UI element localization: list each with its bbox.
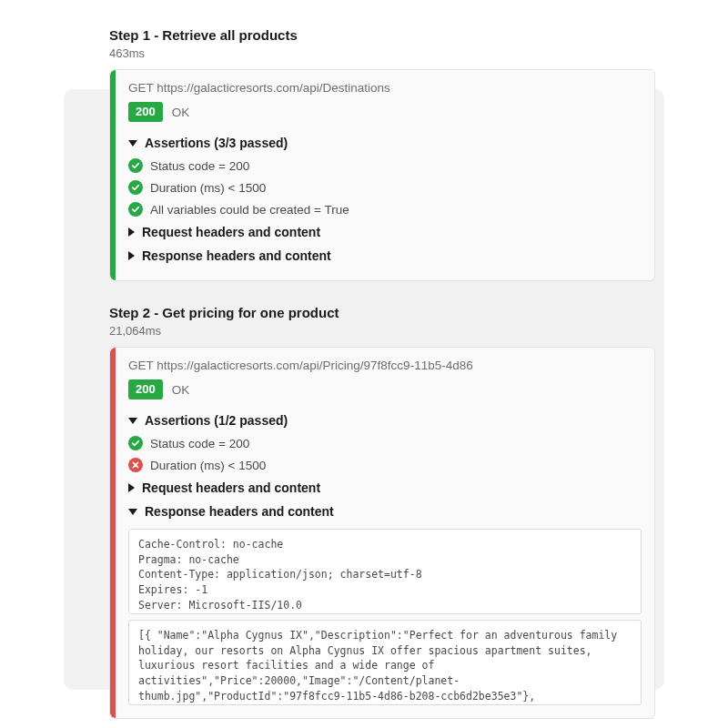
pass-icon [128, 180, 143, 195]
disclosure-right-icon [128, 228, 135, 237]
status-accent-bar [110, 348, 116, 718]
assertion-row: Duration (ms) < 1500 [128, 454, 642, 476]
assertions-toggle[interactable]: Assertions (1/2 passed) [128, 409, 642, 432]
pass-icon [128, 202, 143, 217]
status-text: OK [172, 106, 190, 119]
disclosure-right-icon [128, 251, 135, 260]
assertion-text: Status code = 200 [150, 159, 249, 173]
response-headers-toggle[interactable]: Response headers and content [128, 500, 642, 523]
assertion-text: All variables could be created = True [150, 203, 349, 217]
request-headers-label: Request headers and content [142, 225, 320, 239]
pass-icon [128, 436, 143, 450]
assertion-row: All variables could be created = True [128, 198, 642, 220]
request-line: GET https://galacticresorts.com/api/Pric… [128, 359, 642, 372]
assertion-text: Duration (ms) < 1500 [150, 181, 266, 195]
status-accent-bar [110, 70, 116, 280]
step-card: GET https://galacticresorts.com/api/Dest… [109, 69, 655, 281]
step-title: Step 1 - Retrieve all products [109, 27, 655, 43]
assertion-row: Status code = 200 [128, 155, 642, 177]
pass-icon [128, 158, 143, 173]
response-headers-label: Response headers and content [145, 504, 334, 519]
status-row: 200OK [128, 102, 642, 122]
status-text: OK [172, 383, 190, 397]
request-headers-label: Request headers and content [142, 480, 320, 495]
response-body-box[interactable]: [{ "Name":"Alpha Cygnus IX","Description… [128, 620, 642, 705]
step-title: Step 2 - Get pricing for one product [109, 305, 655, 320]
assertions-toggle[interactable]: Assertions (3/3 passed) [128, 131, 642, 155]
disclosure-down-icon [128, 509, 137, 515]
disclosure-down-icon [128, 418, 137, 424]
assertion-row: Duration (ms) < 1500 [128, 177, 642, 198]
request-headers-toggle[interactable]: Request headers and content [128, 220, 642, 244]
assertion-text: Status code = 200 [150, 437, 249, 450]
step-duration: 21,064ms [109, 324, 655, 338]
status-code-pill: 200 [128, 379, 163, 399]
disclosure-down-icon [128, 140, 137, 147]
response-headers-toggle[interactable]: Response headers and content [128, 244, 642, 268]
fail-icon [128, 458, 143, 472]
step-duration: 463ms [109, 46, 655, 60]
status-code-pill: 200 [128, 102, 163, 122]
assertion-row: Status code = 200 [128, 432, 642, 454]
step-card: GET https://galacticresorts.com/api/Pric… [109, 347, 655, 719]
step-header: Step 1 - Retrieve all products463ms [109, 27, 655, 60]
request-line: GET https://galacticresorts.com/api/Dest… [128, 81, 642, 95]
request-headers-toggle[interactable]: Request headers and content [128, 476, 642, 500]
response-headers-label: Response headers and content [142, 248, 331, 263]
assertions-label: Assertions (1/2 passed) [145, 413, 288, 428]
response-headers-box[interactable]: Cache-Control: no-cache Pragma: no-cache… [128, 529, 642, 614]
step-header: Step 2 - Get pricing for one product21,0… [109, 305, 655, 338]
disclosure-right-icon [128, 483, 135, 492]
assertion-text: Duration (ms) < 1500 [150, 459, 266, 472]
assertions-label: Assertions (3/3 passed) [145, 136, 288, 150]
status-row: 200OK [128, 379, 642, 399]
